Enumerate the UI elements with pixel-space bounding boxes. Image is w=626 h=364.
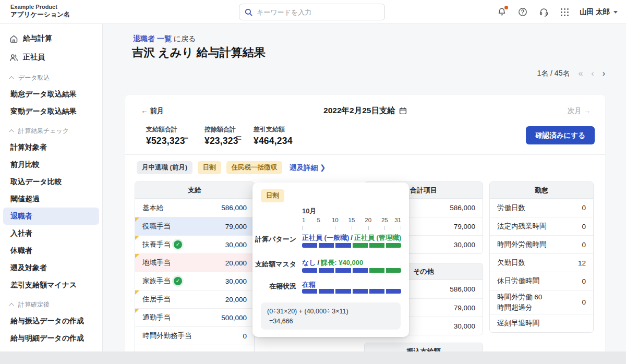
- row-value: 586,000: [450, 204, 475, 212]
- row-value: 79,000: [454, 223, 475, 230]
- minus-operator: −: [183, 132, 188, 144]
- app-window: Example Product アプリケーション名 山田: [0, 0, 626, 364]
- brand: Example Product アプリケーション名: [10, 3, 70, 19]
- enrollment-status-value: 在籍: [302, 280, 316, 289]
- sidebar-item-retroactive[interactable]: 遡及対象者: [0, 259, 102, 276]
- sidebar-section-label: 計算結果チェック: [18, 127, 69, 136]
- row-value: 0: [582, 241, 586, 249]
- table-row: 時間外勤務手当 0: [135, 326, 254, 345]
- tick-label: 15: [348, 217, 355, 223]
- sidebar-item-variable-import[interactable]: 変動データ取込結果: [0, 103, 102, 120]
- chevron-down-icon: [613, 11, 618, 14]
- pager-first-button[interactable]: «: [578, 69, 583, 78]
- popover-daily-rate-tag: 日割: [261, 189, 284, 202]
- row-value: 586,000: [450, 285, 475, 293]
- sidebar-section-label: 計算確定後: [18, 300, 50, 309]
- sidebar-section-label: データ取込: [18, 74, 50, 82]
- users-icon: [9, 53, 18, 62]
- row-label: 法定内残業時間: [497, 222, 547, 231]
- row-label: 時間外労働 60: [497, 292, 542, 302]
- top-icon-group: 山田 太郎: [496, 0, 618, 24]
- tick-label: 25: [381, 217, 388, 223]
- confirm-button[interactable]: 確認済みにする: [526, 126, 595, 144]
- chevron-up-icon: [9, 129, 14, 134]
- sidebar-section-result-check[interactable]: 計算結果チェック: [0, 123, 102, 139]
- value-first-period: 在籍: [302, 281, 316, 288]
- sidebar-item-prev-month-compare[interactable]: 前月比較: [0, 156, 102, 173]
- retro-detail-link[interactable]: 遡及詳細 ❯: [290, 163, 326, 173]
- tick-label: 20: [365, 217, 371, 223]
- table-row: 時間外労働時間 0: [490, 235, 593, 253]
- global-search[interactable]: [239, 4, 385, 20]
- table-row: 休日労働時間 0: [490, 272, 593, 290]
- brand-product-name: Example Product: [10, 3, 70, 10]
- chevron-up-icon: [9, 76, 14, 81]
- sidebar-item-attendance-import[interactable]: 勤怠データ取込結果: [0, 86, 102, 103]
- net-payment-value: ¥464,234: [254, 136, 293, 147]
- payment-master-value: なし/課長: ¥40,000: [302, 258, 363, 268]
- enrollment-status-label: 在籍状況: [252, 282, 296, 291]
- support-headset-icon[interactable]: [538, 6, 549, 18]
- sidebar-section-after-finalize[interactable]: 計算確定後: [0, 297, 102, 312]
- formula-result: =34,666: [267, 317, 394, 326]
- pager-next-button[interactable]: ›: [603, 69, 605, 78]
- apps-grid-icon[interactable]: [559, 6, 570, 18]
- pager-prev-button[interactable]: ‹: [591, 69, 594, 78]
- breadcrumb-link-retirees[interactable]: 退職者: [133, 34, 155, 43]
- search-input[interactable]: [257, 8, 379, 16]
- sidebar-item-calc-targets[interactable]: 計算対象者: [0, 139, 102, 156]
- next-month-button[interactable]: 次月 →: [568, 106, 591, 116]
- calendar-icon[interactable]: [399, 107, 407, 115]
- sidebar-section-data-import[interactable]: データ取込: [0, 70, 102, 86]
- sidebar-item-leave[interactable]: 休職者: [0, 242, 102, 259]
- card-divider: [125, 154, 605, 155]
- sidebar-item-transfer-data[interactable]: 給与振込データの作成: [0, 312, 102, 330]
- pager-count: 1名 / 45名: [537, 69, 570, 78]
- user-menu[interactable]: 山田 太郎: [580, 7, 618, 17]
- table-row: 遅刻早退時間: [490, 314, 593, 332]
- table-row: 法定内残業時間 0: [490, 217, 593, 235]
- sidebar-item-payroll[interactable]: 給与計算: [0, 29, 102, 48]
- help-icon[interactable]: [517, 6, 528, 18]
- breadcrumb-suffix: に戻る: [174, 34, 196, 43]
- sidebar-item-payslip-data[interactable]: 給与明細データの作成: [0, 330, 102, 347]
- tag-mid-month-retire[interactable]: 月中退職 (前月): [137, 161, 192, 174]
- row-value: 12: [578, 259, 586, 267]
- sidebar-item-employees[interactable]: 正社員: [0, 48, 102, 67]
- sidebar-item-new-hires[interactable]: 入社者: [0, 225, 102, 242]
- row-label: 役職手当: [142, 222, 171, 231]
- row-value: 30,000: [454, 322, 475, 330]
- row-value: 0: [582, 277, 586, 285]
- tag-resident-tax[interactable]: 住民税一括徴収: [226, 161, 283, 174]
- value-first-period: なし: [302, 259, 316, 266]
- tick-label: 1: [302, 217, 305, 223]
- value-separator: /: [316, 259, 321, 266]
- row-label: 時間外労働時間: [497, 240, 547, 249]
- pay-date: 2022年2月25日支給: [125, 105, 605, 116]
- sidebar-item-negative-net-pay[interactable]: 差引支給額マイナス: [0, 276, 102, 294]
- sidebar-item-threshold-exceeded[interactable]: 閾値超過: [0, 190, 102, 208]
- row-value: 79,000: [225, 223, 247, 230]
- attendance-table: 勤怠 労働日数 0 法定内残業時間 0 時間外労働時間 0 欠勤日数 12: [489, 181, 594, 333]
- payment-master-bar: [302, 268, 401, 273]
- notification-bell-icon[interactable]: [496, 6, 508, 18]
- calc-pattern-bar: [302, 243, 401, 248]
- check-circle-icon: ✓: [174, 277, 182, 285]
- table-row: 通勤手当 500,000: [135, 308, 254, 326]
- row-label: 労働日数: [497, 203, 525, 213]
- sidebar-item-import-compare[interactable]: 取込データ比較: [0, 173, 102, 190]
- row-value: 30,000: [225, 277, 247, 285]
- enrollment-status-bar: [302, 289, 401, 294]
- status-tags: 月中退職 (前月) 日割 住民税一括徴収 遡及詳細 ❯: [137, 161, 326, 174]
- brand-app-name: アプリケーション名: [10, 10, 70, 19]
- sidebar: 給与計算 正社員 データ取込 勤怠データ取込結果 変動データ取込結果 計算結果チ…: [0, 24, 103, 364]
- home-icon: [9, 34, 18, 43]
- tag-daily-rate[interactable]: 日割: [198, 161, 221, 174]
- row-label: 家族手当: [142, 276, 171, 286]
- row-label: 休日労働時間: [497, 276, 539, 286]
- total-payment-label: 支給額合計: [146, 125, 185, 134]
- payment-master-label: 支給額マスタ: [252, 260, 296, 269]
- tick-label: 31: [394, 217, 401, 223]
- sidebar-item-retirees[interactable]: 退職者: [3, 208, 99, 225]
- breadcrumb-link-list[interactable]: 一覧: [157, 34, 172, 43]
